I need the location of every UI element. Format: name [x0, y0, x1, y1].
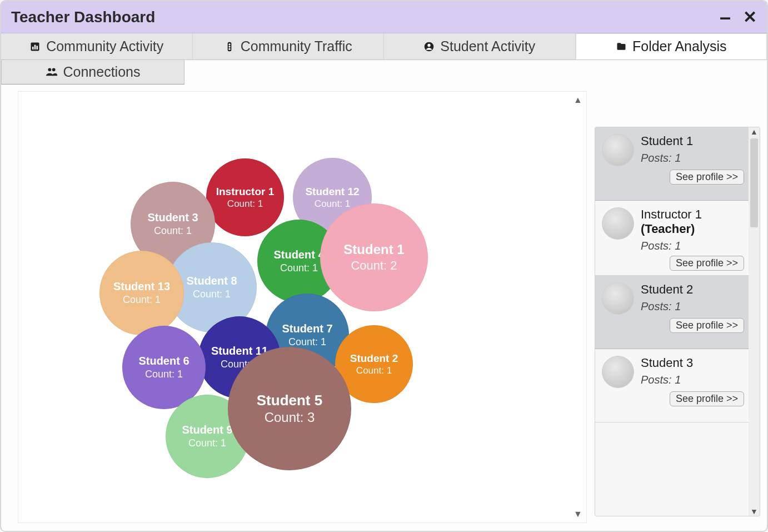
- people-icon: [46, 64, 58, 80]
- scrollbar-thumb[interactable]: [750, 138, 758, 227]
- bubble-count: Count: 1: [154, 225, 192, 237]
- student-list-panel: Student 1Posts: 1See profile >>Instructo…: [595, 127, 760, 516]
- see-profile-button[interactable]: See profile >>: [670, 318, 744, 333]
- see-profile-button[interactable]: See profile >>: [670, 391, 744, 406]
- svg-point-6: [228, 46, 230, 47]
- app-window: Teacher Dashboard – ✕ Community Activity…: [0, 0, 768, 532]
- bubble-chart-panel: Instructor 1Count: 1Student 12Count: 1St…: [18, 91, 587, 523]
- bubble-count: Count: 1: [188, 437, 226, 450]
- bubble-count: Count: 1: [315, 198, 350, 210]
- tab-folder-analysis[interactable]: Folder Analysis: [576, 33, 767, 59]
- bubble-node[interactable]: Instructor 1Count: 1: [206, 158, 284, 236]
- list-item-role: (Teacher): [641, 222, 702, 236]
- bubble-label: Student 7: [282, 322, 332, 336]
- bubble-node[interactable]: Student 13Count: 1: [99, 251, 184, 335]
- bubble-node[interactable]: Student 5Count: 3: [228, 347, 351, 470]
- tab-label: Community Traffic: [241, 38, 352, 54]
- subtab-row: Connections: [1, 60, 767, 84]
- tab-student-activity[interactable]: Student Activity: [384, 33, 576, 59]
- svg-point-5: [228, 43, 230, 45]
- list-item[interactable]: Student 1Posts: 1See profile >>: [595, 127, 749, 201]
- subtab-label: Connections: [63, 64, 141, 80]
- bubble-count: Count: 1: [123, 294, 161, 306]
- subtab-connections[interactable]: Connections: [1, 60, 184, 84]
- bubble-label: Student 1: [343, 241, 404, 258]
- bubble-count: Count: 3: [265, 409, 315, 426]
- list-item[interactable]: Student 2Posts: 1See profile >>: [595, 276, 749, 349]
- scroll-up-icon[interactable]: ▲: [573, 95, 582, 105]
- title-bar: Teacher Dashboard – ✕: [1, 1, 767, 33]
- avatar: [602, 356, 634, 388]
- bubble-count: Count: 1: [193, 288, 231, 301]
- content-area: Instructor 1Count: 1Student 12Count: 1St…: [1, 84, 767, 531]
- svg-point-9: [428, 43, 431, 46]
- list-item-row: Student 3Posts: 1: [602, 356, 744, 388]
- list-item-row: Student 1Posts: 1: [602, 134, 744, 166]
- svg-rect-2: [34, 44, 36, 49]
- bubble-count: Count: 1: [227, 198, 263, 210]
- avatar: [602, 134, 634, 166]
- bubble-label: Student 2: [350, 352, 398, 365]
- list-item-posts: Posts: 1: [641, 300, 693, 313]
- bubble-chart: Instructor 1Count: 1Student 12Count: 1St…: [18, 92, 586, 523]
- person-icon: [423, 41, 435, 52]
- list-item[interactable]: Instructor 1(Teacher)Posts: 1See profile…: [595, 201, 749, 276]
- list-item-meta: Instructor 1(Teacher)Posts: 1: [641, 207, 702, 252]
- bubble-count: Count: 1: [145, 368, 183, 381]
- traffic-icon: [224, 41, 235, 52]
- window-title: Teacher Dashboard: [11, 8, 155, 26]
- bubble-label: Student 9: [182, 423, 232, 437]
- svg-rect-1: [32, 47, 34, 49]
- avatar: [602, 282, 634, 315]
- scroll-up-icon[interactable]: ▲: [750, 127, 758, 136]
- list-item[interactable]: Student 3Posts: 1See profile >>: [595, 349, 749, 422]
- student-list: Student 1Posts: 1See profile >>Instructo…: [595, 127, 749, 516]
- chart-scrollbar[interactable]: ▲ ▼: [572, 95, 584, 519]
- see-profile-button[interactable]: See profile >>: [670, 170, 744, 185]
- list-item-name: Instructor 1: [641, 207, 702, 222]
- list-item-posts: Posts: 1: [641, 374, 693, 386]
- bubble-label: Student 13: [113, 280, 170, 294]
- list-item-meta: Student 1Posts: 1: [641, 134, 693, 165]
- tab-label: Folder Analysis: [632, 38, 727, 54]
- bubble-count: Count: 1: [280, 262, 318, 275]
- close-button[interactable]: ✕: [743, 7, 757, 27]
- tab-community-traffic[interactable]: Community Traffic: [193, 33, 385, 59]
- bubble-label: Student 8: [186, 274, 237, 288]
- list-item-row: Student 2Posts: 1: [602, 282, 744, 315]
- scroll-down-icon[interactable]: ▼: [573, 509, 582, 519]
- bubble-label: Student 3: [147, 211, 198, 225]
- tab-strip: Community Activity Community Traffic Stu…: [1, 33, 767, 60]
- svg-point-7: [228, 48, 230, 49]
- tab-community-activity[interactable]: Community Activity: [1, 33, 193, 59]
- list-item-name: Student 3: [641, 356, 693, 370]
- list-item-name: Student 1: [641, 134, 693, 148]
- see-profile-button[interactable]: See profile >>: [670, 256, 744, 271]
- svg-point-10: [48, 68, 51, 71]
- bubble-node[interactable]: Student 1Count: 2: [320, 203, 428, 311]
- bubble-label: Student 6: [138, 354, 189, 368]
- bubble-label: Student 5: [257, 391, 322, 410]
- list-item-meta: Student 3Posts: 1: [641, 356, 693, 386]
- bubble-label: Student 12: [305, 185, 359, 198]
- list-item-meta: Student 2Posts: 1: [641, 282, 693, 313]
- window-controls: – ✕: [720, 7, 757, 27]
- avatar: [602, 207, 634, 240]
- bubble-label: Student 4: [273, 248, 324, 262]
- bubble-count: Count: 1: [356, 365, 392, 376]
- bar-chart-icon: [29, 41, 41, 52]
- list-item-row: Instructor 1(Teacher)Posts: 1: [602, 207, 744, 252]
- folder-icon: [616, 41, 627, 52]
- svg-rect-3: [37, 46, 38, 49]
- list-item-name: Student 2: [641, 282, 693, 297]
- bubble-label: Instructor 1: [216, 185, 275, 198]
- bubble-count: Count: 2: [351, 258, 397, 274]
- tab-label: Student Activity: [440, 38, 535, 54]
- tab-label: Community Activity: [46, 38, 163, 54]
- scroll-down-icon[interactable]: ▼: [750, 507, 758, 516]
- list-item-posts: Posts: 1: [641, 240, 702, 252]
- svg-point-11: [52, 68, 55, 71]
- sidebar-scrollbar[interactable]: ▲ ▼: [749, 127, 760, 516]
- list-item-posts: Posts: 1: [641, 152, 693, 165]
